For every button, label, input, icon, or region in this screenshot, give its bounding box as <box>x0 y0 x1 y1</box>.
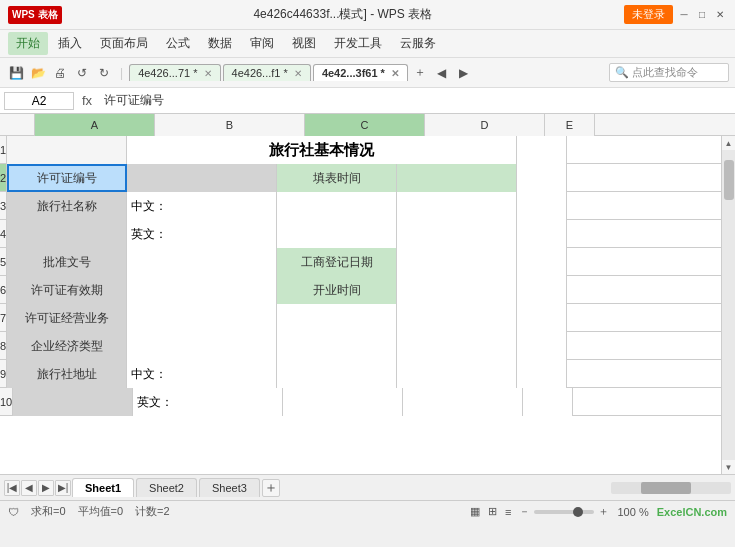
cell-A8[interactable]: 企业经济类型 <box>7 332 127 360</box>
close-button[interactable]: ✕ <box>713 8 727 22</box>
scroll-thumb[interactable] <box>724 160 734 200</box>
cell-B5[interactable] <box>127 248 277 276</box>
cell-C10[interactable] <box>283 388 403 416</box>
save-button[interactable]: 💾 <box>6 63 26 83</box>
add-tab-button[interactable]: ＋ <box>410 63 430 83</box>
cell-A1[interactable] <box>7 136 127 164</box>
scroll-track[interactable] <box>722 150 735 460</box>
cell-C8[interactable] <box>277 332 397 360</box>
cell-E6[interactable] <box>517 276 567 304</box>
cell-E10[interactable] <box>523 388 573 416</box>
menu-cloud[interactable]: 云服务 <box>392 32 444 55</box>
view-layout-icon[interactable]: ⊞ <box>488 505 497 518</box>
menu-view[interactable]: 视图 <box>284 32 324 55</box>
menu-start[interactable]: 开始 <box>8 32 48 55</box>
nav-next-button[interactable]: ▶ <box>454 63 474 83</box>
menu-dev-tools[interactable]: 开发工具 <box>326 32 390 55</box>
cell-D4[interactable] <box>397 220 517 248</box>
cell-C2[interactable]: 填表时间 <box>277 164 397 192</box>
cell-E5[interactable] <box>517 248 567 276</box>
cell-C7[interactable] <box>277 304 397 332</box>
sheet-nav-next[interactable]: ▶ <box>38 480 54 496</box>
cell-D2[interactable] <box>397 164 517 192</box>
zoom-in-button[interactable]: ＋ <box>598 504 609 519</box>
zoom-slider[interactable] <box>534 510 594 514</box>
cell-B3[interactable]: 中文： <box>127 192 277 220</box>
cell-D7[interactable] <box>397 304 517 332</box>
cell-E2[interactable] <box>517 164 567 192</box>
maximize-button[interactable]: □ <box>695 8 709 22</box>
cell-D5[interactable] <box>397 248 517 276</box>
sheet-nav-last[interactable]: ▶| <box>55 480 71 496</box>
tab-file-1[interactable]: 4e426...71 * ✕ <box>129 64 220 81</box>
cell-D8[interactable] <box>397 332 517 360</box>
cell-B10[interactable]: 英文： <box>133 388 283 416</box>
sheet-tab-3[interactable]: Sheet3 <box>199 478 260 497</box>
toolbar-search[interactable]: 🔍 点此查找命令 <box>609 63 729 82</box>
cell-A3[interactable]: 旅行社名称 <box>7 192 127 220</box>
menu-insert[interactable]: 插入 <box>50 32 90 55</box>
cell-A10[interactable] <box>13 388 133 416</box>
cell-B7[interactable] <box>127 304 277 332</box>
cell-B2[interactable] <box>127 164 277 192</box>
col-header-A[interactable]: A <box>35 114 155 136</box>
sheet-nav-prev[interactable]: ◀ <box>21 480 37 496</box>
cell-D10[interactable] <box>403 388 523 416</box>
menu-formula[interactable]: 公式 <box>158 32 198 55</box>
cell-A5[interactable]: 批准文号 <box>7 248 127 276</box>
tab-close-3[interactable]: ✕ <box>391 68 399 79</box>
cell-B9[interactable]: 中文： <box>127 360 277 388</box>
sheet-tab-2[interactable]: Sheet2 <box>136 478 197 497</box>
cell-A9[interactable]: 旅行社地址 <box>7 360 127 388</box>
cell-A7[interactable]: 许可证经营业务 <box>7 304 127 332</box>
col-header-E[interactable]: E <box>545 114 595 136</box>
print-button[interactable]: 🖨 <box>50 63 70 83</box>
cell-C6[interactable]: 开业时间 <box>277 276 397 304</box>
cell-A4[interactable] <box>7 220 127 248</box>
cell-D6[interactable] <box>397 276 517 304</box>
sheet-nav-first[interactable]: |◀ <box>4 480 20 496</box>
cell-C3[interactable] <box>277 192 397 220</box>
tab-file-3[interactable]: 4e42...3f61 * ✕ <box>313 64 408 81</box>
cell-reference-input[interactable] <box>4 92 74 110</box>
cell-B6[interactable] <box>127 276 277 304</box>
cell-E9[interactable] <box>517 360 567 388</box>
view-break-icon[interactable]: ≡ <box>505 506 511 518</box>
nav-prev-button[interactable]: ◀ <box>432 63 452 83</box>
cell-C9[interactable] <box>277 360 397 388</box>
add-sheet-button[interactable]: ＋ <box>262 479 280 497</box>
tab-file-2[interactable]: 4e426...f1 * ✕ <box>223 64 311 81</box>
cell-D9[interactable] <box>397 360 517 388</box>
col-header-B[interactable]: B <box>155 114 305 136</box>
cell-C5[interactable]: 工商登记日期 <box>277 248 397 276</box>
tab-close-2[interactable]: ✕ <box>294 68 302 79</box>
login-button[interactable]: 未登录 <box>624 5 673 24</box>
menu-page-layout[interactable]: 页面布局 <box>92 32 156 55</box>
open-button[interactable]: 📂 <box>28 63 48 83</box>
cell-E4[interactable] <box>517 220 567 248</box>
scroll-up-arrow[interactable]: ▲ <box>722 136 736 150</box>
scroll-down-arrow[interactable]: ▼ <box>722 460 736 474</box>
cell-E1[interactable] <box>517 136 567 164</box>
sheet-tab-1[interactable]: Sheet1 <box>72 478 134 497</box>
cell-A2[interactable]: 许可证编号 <box>7 164 127 192</box>
minimize-button[interactable]: ─ <box>677 8 691 22</box>
col-header-D[interactable]: D <box>425 114 545 136</box>
cell-B8[interactable] <box>127 332 277 360</box>
vertical-scrollbar[interactable]: ▲ ▼ <box>721 136 735 474</box>
view-normal-icon[interactable]: ▦ <box>470 505 480 518</box>
cell-E3[interactable] <box>517 192 567 220</box>
cell-C4[interactable] <box>277 220 397 248</box>
col-header-C[interactable]: C <box>305 114 425 136</box>
menu-review[interactable]: 审阅 <box>242 32 282 55</box>
zoom-out-button[interactable]: － <box>519 504 530 519</box>
redo-button[interactable]: ↻ <box>94 63 114 83</box>
undo-button[interactable]: ↺ <box>72 63 92 83</box>
horizontal-scrollbar-thumb[interactable] <box>641 482 691 494</box>
cell-E7[interactable] <box>517 304 567 332</box>
menu-data[interactable]: 数据 <box>200 32 240 55</box>
cell-B1[interactable]: 旅行社基本情况 <box>127 136 517 164</box>
cell-A6[interactable]: 许可证有效期 <box>7 276 127 304</box>
cell-B4[interactable]: 英文： <box>127 220 277 248</box>
cell-D3[interactable] <box>397 192 517 220</box>
